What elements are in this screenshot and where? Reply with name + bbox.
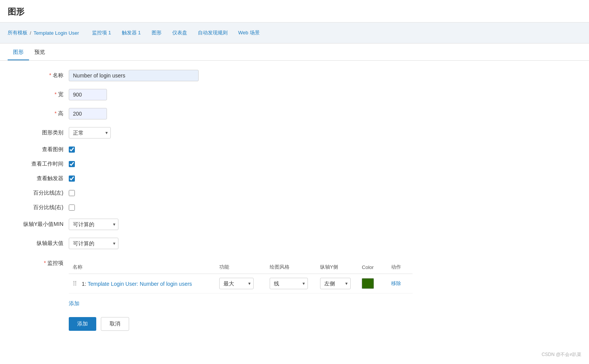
page-header: 图形: [0, 0, 589, 23]
y-max-select[interactable]: 可计算的 固定值 监控项: [69, 238, 118, 249]
drag-handle-icon[interactable]: ⠿: [73, 280, 77, 287]
graph-type-select[interactable]: 正常 堆叠 饼图 分解图: [69, 127, 111, 139]
y-min-select-wrapper: 可计算的 固定值 监控项: [69, 219, 118, 230]
show-legend-checkbox[interactable]: [69, 147, 75, 153]
col-header-action: 动作: [387, 261, 413, 274]
graph-type-select-wrapper: 正常 堆叠 饼图 分解图: [69, 127, 111, 139]
axis-select-wrapper: 左侧 右侧: [320, 278, 351, 289]
height-row: * 高: [8, 108, 413, 119]
remove-link[interactable]: 移除: [391, 280, 401, 286]
page-title: 图形: [8, 6, 581, 18]
breadcrumb-all-templates[interactable]: 所有模板: [8, 29, 28, 36]
monitor-link[interactable]: Template Login User: Number of login use…: [87, 281, 192, 287]
percent-right-checkbox[interactable]: [69, 205, 75, 211]
monitor-index: 1:: [82, 281, 86, 287]
percent-left-row: 百分比线(左): [8, 190, 413, 196]
add-button[interactable]: 添加: [69, 317, 96, 331]
axis-select[interactable]: 左侧 右侧: [320, 278, 351, 289]
graph-type-label: 图形类别: [8, 129, 69, 136]
show-work-time-checkbox[interactable]: [69, 161, 75, 167]
col-header-func: 功能: [215, 261, 266, 274]
col-header-axis: 纵轴Y侧: [316, 261, 358, 274]
monitors-row: * 监控项 名称 功能 绘图风格 纵轴Y侧 Color 动作: [8, 257, 413, 309]
tab-graphs[interactable]: 图形: [8, 45, 29, 60]
style-select[interactable]: 线 填充区域 粗线: [270, 278, 308, 289]
width-row: * 宽: [8, 89, 413, 100]
monitors-section: 名称 功能 绘图风格 纵轴Y侧 Color 动作 ⠿ 1: Template L…: [69, 261, 413, 309]
button-row: 添加 取消: [8, 317, 413, 331]
monitors-table: 名称 功能 绘图风格 纵轴Y侧 Color 动作 ⠿ 1: Template L…: [69, 261, 413, 293]
style-select-wrapper: 线 填充区域 粗线: [270, 278, 308, 289]
show-legend-label: 查看图例: [8, 146, 69, 153]
nav-item-dashboard[interactable]: 仪表盘: [167, 26, 193, 39]
col-header-style: 绘图风格: [266, 261, 316, 274]
nav-item-graphs[interactable]: 图形: [146, 26, 167, 39]
add-monitor-link[interactable]: 添加: [69, 298, 79, 309]
breadcrumb-nav: 监控项 1 触发器 1 图形 仪表盘 自动发现规则 Web 场景: [87, 26, 265, 39]
nav-item-discovery[interactable]: 自动发现规则: [193, 26, 233, 39]
width-input[interactable]: [69, 89, 107, 100]
monitors-label: * 监控项: [8, 257, 69, 267]
y-min-label: 纵轴Y最小值MIN: [8, 221, 69, 228]
color-swatch[interactable]: [362, 278, 374, 289]
show-triggers-row: 查看触发器: [8, 175, 413, 182]
name-row: * 名称: [8, 70, 413, 81]
show-triggers-checkbox[interactable]: [69, 176, 75, 182]
name-required: *: [49, 72, 51, 78]
tab-bar: 图形 预览: [0, 45, 589, 61]
width-label: * 宽: [8, 91, 69, 98]
func-select[interactable]: 最大 最小 平均 全部: [219, 278, 254, 289]
percent-right-row: 百分比线(右): [8, 204, 413, 211]
func-select-wrapper: 最大 最小 平均 全部: [219, 278, 254, 289]
col-header-name: 名称: [69, 261, 215, 274]
breadcrumb-template-name[interactable]: Template Login User: [34, 30, 79, 36]
show-legend-row: 查看图例: [8, 146, 413, 153]
nav-item-monitors[interactable]: 监控项 1: [87, 26, 117, 39]
y-max-row: 纵轴最大值 可计算的 固定值 监控项: [8, 238, 413, 249]
height-input[interactable]: [69, 108, 107, 119]
percent-left-label: 百分比线(左): [8, 190, 69, 196]
breadcrumb-sep: /: [30, 30, 31, 36]
y-max-select-wrapper: 可计算的 固定值 监控项: [69, 238, 118, 249]
cancel-button[interactable]: 取消: [101, 317, 129, 331]
table-row: ⠿ 1: Template Login User: Number of logi…: [69, 274, 413, 293]
nav-item-web[interactable]: Web 场景: [233, 26, 265, 39]
show-work-time-label: 查看工作时间: [8, 161, 69, 168]
form-container: * 名称 * 宽 * 高 图形类别 正常 堆叠 饼图 分解图: [0, 61, 420, 340]
y-min-row: 纵轴Y最小值MIN 可计算的 固定值 监控项: [8, 219, 413, 230]
show-work-time-row: 查看工作时间: [8, 161, 413, 168]
percent-right-label: 百分比线(右): [8, 204, 69, 211]
name-input[interactable]: [69, 70, 199, 81]
y-max-label: 纵轴最大值: [8, 240, 69, 247]
percent-left-checkbox[interactable]: [69, 190, 75, 196]
tab-preview[interactable]: 预览: [29, 45, 50, 60]
y-min-select[interactable]: 可计算的 固定值 监控项: [69, 219, 118, 230]
graph-type-row: 图形类别 正常 堆叠 饼图 分解图: [8, 127, 413, 139]
height-label: * 高: [8, 110, 69, 117]
nav-item-triggers[interactable]: 触发器 1: [117, 26, 146, 39]
col-header-color: Color: [358, 261, 387, 274]
name-label: * 名称: [8, 72, 69, 79]
show-triggers-label: 查看触发器: [8, 175, 69, 182]
breadcrumb-bar: 所有模板 / Template Login User 监控项 1 触发器 1 图…: [0, 23, 589, 43]
